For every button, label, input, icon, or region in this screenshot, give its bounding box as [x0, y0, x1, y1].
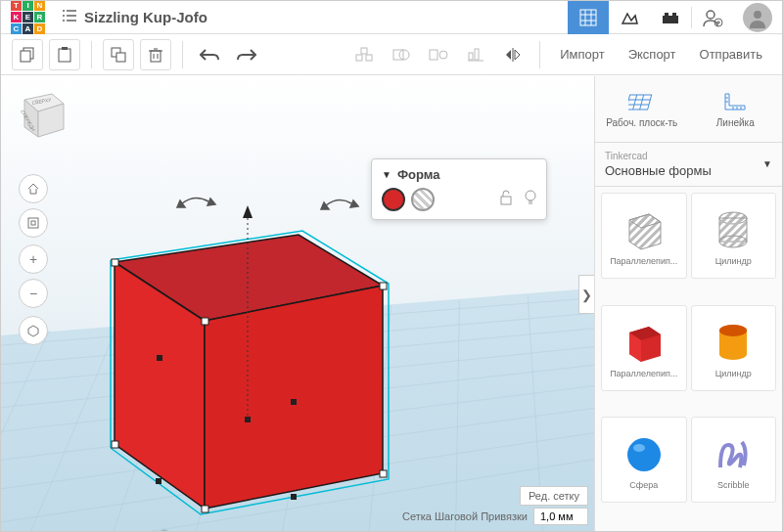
svg-point-116: [627, 438, 661, 471]
svg-rect-2: [63, 15, 65, 17]
expand-sidebar-tab[interactable]: ❯: [578, 275, 594, 314]
bricks-button[interactable]: [650, 1, 691, 34]
svg-rect-38: [469, 53, 473, 60]
workplane-label: Рабоч. плоск-ть: [606, 117, 677, 128]
lock-icon[interactable]: [499, 190, 513, 209]
shape-item-sphere-blue[interactable]: Сфера: [601, 417, 687, 503]
project-title[interactable]: Sizzling Kup-Jofo: [84, 9, 207, 25]
ortho-button[interactable]: [19, 316, 48, 345]
lightbulb-icon[interactable]: [525, 190, 536, 209]
shape-item-box-red[interactable]: Параллелепип...: [601, 305, 687, 391]
mirror-button[interactable]: [497, 39, 529, 70]
svg-rect-24: [116, 53, 125, 62]
header: TINKERCAD Sizzling Kup-Jofo: [1, 1, 782, 34]
svg-rect-72: [156, 478, 161, 484]
svg-marker-77: [243, 205, 253, 218]
snap-label: Сетка Шаговой Привязки: [402, 510, 528, 522]
svg-rect-68: [202, 318, 208, 325]
shape-inspector: ▼ Форма: [371, 158, 547, 220]
export-button[interactable]: Экспорт: [628, 47, 676, 62]
zoom-in-button[interactable]: +: [19, 244, 48, 274]
shape-panel-title: Форма: [397, 167, 439, 182]
svg-point-14: [707, 11, 714, 19]
svg-point-110: [719, 236, 747, 247]
delete-button[interactable]: [140, 39, 171, 70]
invite-button[interactable]: [692, 1, 733, 34]
toolbar: Импорт Экспорт Отправить: [1, 34, 782, 75]
svg-rect-71: [380, 470, 387, 477]
duplicate-button[interactable]: [103, 39, 134, 70]
svg-rect-76: [245, 417, 251, 422]
svg-rect-70: [202, 506, 208, 512]
align-button[interactable]: [460, 39, 491, 70]
svg-rect-66: [112, 259, 118, 266]
blocks-button[interactable]: [609, 1, 650, 34]
hole-button[interactable]: [411, 188, 435, 211]
svg-rect-75: [291, 399, 297, 405]
svg-point-117: [633, 444, 645, 452]
paste-button[interactable]: [49, 39, 80, 70]
svg-rect-12: [665, 13, 668, 17]
svg-rect-0: [63, 10, 65, 12]
svg-rect-13: [672, 13, 676, 17]
svg-rect-1: [67, 10, 76, 12]
svg-rect-74: [157, 355, 162, 361]
svg-marker-89: [28, 326, 38, 336]
shapes-sidebar: Рабоч. плоск-ть Линейка Tinkercad Основн…: [594, 76, 782, 531]
svg-rect-33: [393, 50, 403, 60]
copy-button[interactable]: [12, 39, 43, 70]
shape-item-cyl-stripe[interactable]: Цилиндр: [691, 193, 777, 279]
svg-rect-73: [291, 494, 297, 500]
undo-button[interactable]: [194, 39, 225, 70]
edit-grid-button[interactable]: Ред. сетку: [520, 486, 588, 506]
svg-rect-4: [63, 20, 65, 22]
show-all-button[interactable]: [348, 39, 380, 70]
redo-button[interactable]: [231, 39, 262, 70]
collapse-icon[interactable]: ▼: [382, 169, 392, 180]
svg-point-36: [439, 51, 447, 59]
home-view-button[interactable]: [19, 174, 48, 203]
ungroup-button[interactable]: [423, 39, 454, 70]
shape-item-scribble[interactable]: Scribble: [691, 417, 777, 503]
svg-rect-32: [366, 55, 372, 61]
svg-marker-81: [350, 200, 358, 207]
logo[interactable]: TINKERCAD: [11, 0, 45, 34]
svg-rect-5: [67, 20, 76, 22]
user-avatar[interactable]: [743, 3, 772, 32]
svg-line-97: [632, 95, 636, 110]
zoom-out-button[interactable]: −: [19, 279, 48, 308]
svg-rect-67: [380, 283, 387, 289]
shape-category-select[interactable]: Tinkercad Основные формы ▼: [595, 143, 782, 187]
svg-rect-31: [356, 55, 362, 61]
svg-rect-11: [663, 16, 678, 23]
category-main: Основные формы: [605, 163, 772, 178]
ruler-label: Линейка: [716, 117, 755, 128]
view-3d-button[interactable]: [568, 1, 609, 34]
svg-rect-35: [430, 50, 438, 60]
chevron-down-icon: ▼: [762, 158, 772, 169]
svg-rect-87: [28, 218, 38, 228]
ruler-tool[interactable]: Линейка: [689, 76, 783, 142]
fit-view-button[interactable]: [19, 208, 48, 238]
canvas-area[interactable]: ч. плоск-т: [1, 76, 594, 531]
import-button[interactable]: Импорт: [560, 47, 604, 62]
svg-line-98: [639, 95, 643, 110]
shape-item-cyl-orange[interactable]: Цилиндр: [691, 305, 777, 391]
svg-marker-64: [205, 286, 383, 509]
workplane-tool[interactable]: Рабоч. плоск-ть: [595, 76, 689, 142]
svg-rect-39: [475, 49, 479, 60]
group-button[interactable]: [386, 39, 417, 70]
selected-shape-cube[interactable]: [79, 164, 402, 516]
svg-rect-20: [21, 51, 30, 62]
send-button[interactable]: Отправить: [700, 47, 762, 62]
solid-color-button[interactable]: [382, 188, 405, 211]
project-list-icon[interactable]: [63, 9, 76, 26]
svg-rect-6: [580, 10, 596, 25]
svg-rect-69: [112, 441, 118, 448]
svg-marker-79: [207, 199, 215, 205]
shape-item-box-stripe[interactable]: Параллелепип...: [601, 193, 687, 279]
svg-point-34: [399, 50, 409, 60]
svg-rect-22: [62, 47, 68, 50]
snap-value-input[interactable]: [533, 508, 588, 525]
view-cube[interactable]: СВЕРХУ СПЕРЕДИ: [13, 88, 69, 145]
